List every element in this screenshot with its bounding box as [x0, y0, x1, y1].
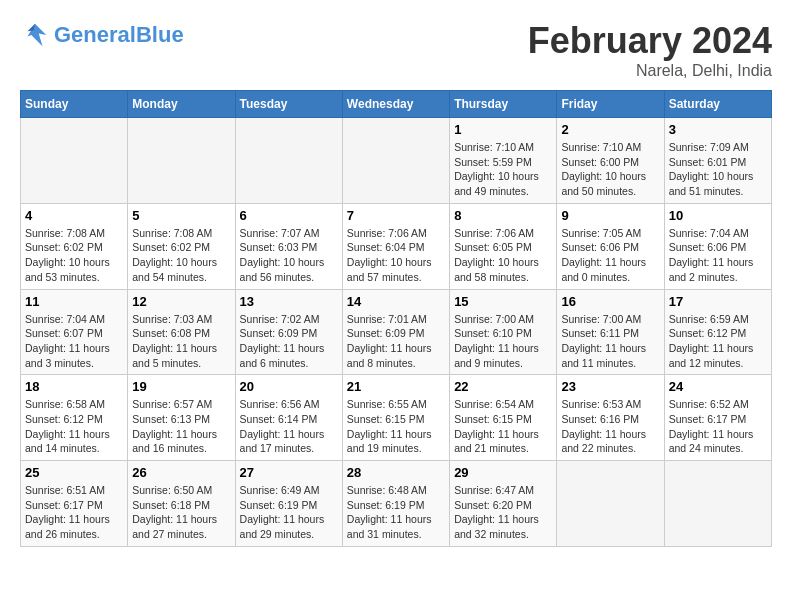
day-number: 20	[240, 379, 338, 394]
day-number: 5	[132, 208, 230, 223]
day-number: 8	[454, 208, 552, 223]
day-number: 2	[561, 122, 659, 137]
day-info: Sunrise: 6:50 AM Sunset: 6:18 PM Dayligh…	[132, 483, 230, 542]
calendar-cell: 3Sunrise: 7:09 AM Sunset: 6:01 PM Daylig…	[664, 118, 771, 204]
day-info: Sunrise: 6:57 AM Sunset: 6:13 PM Dayligh…	[132, 397, 230, 456]
calendar-cell: 8Sunrise: 7:06 AM Sunset: 6:05 PM Daylig…	[450, 203, 557, 289]
calendar-week-row: 11Sunrise: 7:04 AM Sunset: 6:07 PM Dayli…	[21, 289, 772, 375]
calendar-cell: 20Sunrise: 6:56 AM Sunset: 6:14 PM Dayli…	[235, 375, 342, 461]
day-info: Sunrise: 6:48 AM Sunset: 6:19 PM Dayligh…	[347, 483, 445, 542]
day-info: Sunrise: 7:04 AM Sunset: 6:06 PM Dayligh…	[669, 226, 767, 285]
day-info: Sunrise: 6:59 AM Sunset: 6:12 PM Dayligh…	[669, 312, 767, 371]
calendar-cell: 12Sunrise: 7:03 AM Sunset: 6:08 PM Dayli…	[128, 289, 235, 375]
day-number: 27	[240, 465, 338, 480]
day-number: 12	[132, 294, 230, 309]
day-number: 11	[25, 294, 123, 309]
calendar-cell: 22Sunrise: 6:54 AM Sunset: 6:15 PM Dayli…	[450, 375, 557, 461]
day-info: Sunrise: 6:47 AM Sunset: 6:20 PM Dayligh…	[454, 483, 552, 542]
day-number: 10	[669, 208, 767, 223]
day-info: Sunrise: 6:54 AM Sunset: 6:15 PM Dayligh…	[454, 397, 552, 456]
day-info: Sunrise: 6:58 AM Sunset: 6:12 PM Dayligh…	[25, 397, 123, 456]
calendar-cell: 15Sunrise: 7:00 AM Sunset: 6:10 PM Dayli…	[450, 289, 557, 375]
calendar-cell: 18Sunrise: 6:58 AM Sunset: 6:12 PM Dayli…	[21, 375, 128, 461]
day-info: Sunrise: 6:53 AM Sunset: 6:16 PM Dayligh…	[561, 397, 659, 456]
day-number: 16	[561, 294, 659, 309]
calendar-cell: 19Sunrise: 6:57 AM Sunset: 6:13 PM Dayli…	[128, 375, 235, 461]
calendar-cell: 13Sunrise: 7:02 AM Sunset: 6:09 PM Dayli…	[235, 289, 342, 375]
calendar-week-row: 4Sunrise: 7:08 AM Sunset: 6:02 PM Daylig…	[21, 203, 772, 289]
weekday-header-cell: Monday	[128, 91, 235, 118]
calendar-subtitle: Narela, Delhi, India	[528, 62, 772, 80]
calendar-cell: 29Sunrise: 6:47 AM Sunset: 6:20 PM Dayli…	[450, 461, 557, 547]
day-number: 24	[669, 379, 767, 394]
weekday-header-cell: Wednesday	[342, 91, 449, 118]
day-number: 19	[132, 379, 230, 394]
day-number: 1	[454, 122, 552, 137]
calendar-week-row: 25Sunrise: 6:51 AM Sunset: 6:17 PM Dayli…	[21, 461, 772, 547]
day-number: 4	[25, 208, 123, 223]
calendar-cell: 27Sunrise: 6:49 AM Sunset: 6:19 PM Dayli…	[235, 461, 342, 547]
calendar-cell: 17Sunrise: 6:59 AM Sunset: 6:12 PM Dayli…	[664, 289, 771, 375]
day-info: Sunrise: 7:04 AM Sunset: 6:07 PM Dayligh…	[25, 312, 123, 371]
day-info: Sunrise: 7:01 AM Sunset: 6:09 PM Dayligh…	[347, 312, 445, 371]
weekday-header-row: SundayMondayTuesdayWednesdayThursdayFrid…	[21, 91, 772, 118]
calendar-cell: 4Sunrise: 7:08 AM Sunset: 6:02 PM Daylig…	[21, 203, 128, 289]
calendar-cell	[128, 118, 235, 204]
day-info: Sunrise: 7:07 AM Sunset: 6:03 PM Dayligh…	[240, 226, 338, 285]
weekday-header-cell: Friday	[557, 91, 664, 118]
calendar-cell: 26Sunrise: 6:50 AM Sunset: 6:18 PM Dayli…	[128, 461, 235, 547]
day-number: 7	[347, 208, 445, 223]
calendar-cell: 9Sunrise: 7:05 AM Sunset: 6:06 PM Daylig…	[557, 203, 664, 289]
day-info: Sunrise: 6:51 AM Sunset: 6:17 PM Dayligh…	[25, 483, 123, 542]
day-info: Sunrise: 7:09 AM Sunset: 6:01 PM Dayligh…	[669, 140, 767, 199]
calendar-cell: 1Sunrise: 7:10 AM Sunset: 5:59 PM Daylig…	[450, 118, 557, 204]
calendar-cell: 14Sunrise: 7:01 AM Sunset: 6:09 PM Dayli…	[342, 289, 449, 375]
day-number: 3	[669, 122, 767, 137]
calendar-cell: 10Sunrise: 7:04 AM Sunset: 6:06 PM Dayli…	[664, 203, 771, 289]
day-number: 6	[240, 208, 338, 223]
calendar-cell: 24Sunrise: 6:52 AM Sunset: 6:17 PM Dayli…	[664, 375, 771, 461]
day-info: Sunrise: 7:08 AM Sunset: 6:02 PM Dayligh…	[25, 226, 123, 285]
calendar-cell: 16Sunrise: 7:00 AM Sunset: 6:11 PM Dayli…	[557, 289, 664, 375]
calendar-cell	[557, 461, 664, 547]
weekday-header-cell: Tuesday	[235, 91, 342, 118]
weekday-header-cell: Saturday	[664, 91, 771, 118]
logo: GeneralBlue	[20, 20, 184, 50]
day-info: Sunrise: 6:52 AM Sunset: 6:17 PM Dayligh…	[669, 397, 767, 456]
title-area: February 2024 Narela, Delhi, India	[528, 20, 772, 80]
day-number: 25	[25, 465, 123, 480]
day-number: 26	[132, 465, 230, 480]
calendar-cell: 28Sunrise: 6:48 AM Sunset: 6:19 PM Dayli…	[342, 461, 449, 547]
day-info: Sunrise: 7:06 AM Sunset: 6:05 PM Dayligh…	[454, 226, 552, 285]
logo-text: GeneralBlue	[54, 22, 184, 47]
calendar-cell: 11Sunrise: 7:04 AM Sunset: 6:07 PM Dayli…	[21, 289, 128, 375]
day-number: 23	[561, 379, 659, 394]
calendar-week-row: 1Sunrise: 7:10 AM Sunset: 5:59 PM Daylig…	[21, 118, 772, 204]
calendar-title: February 2024	[528, 20, 772, 62]
day-number: 21	[347, 379, 445, 394]
day-info: Sunrise: 7:00 AM Sunset: 6:10 PM Dayligh…	[454, 312, 552, 371]
day-number: 15	[454, 294, 552, 309]
day-number: 29	[454, 465, 552, 480]
logo-icon	[20, 20, 50, 50]
calendar-cell: 25Sunrise: 6:51 AM Sunset: 6:17 PM Dayli…	[21, 461, 128, 547]
day-info: Sunrise: 7:02 AM Sunset: 6:09 PM Dayligh…	[240, 312, 338, 371]
day-info: Sunrise: 6:56 AM Sunset: 6:14 PM Dayligh…	[240, 397, 338, 456]
day-info: Sunrise: 7:00 AM Sunset: 6:11 PM Dayligh…	[561, 312, 659, 371]
day-info: Sunrise: 7:08 AM Sunset: 6:02 PM Dayligh…	[132, 226, 230, 285]
calendar-cell: 6Sunrise: 7:07 AM Sunset: 6:03 PM Daylig…	[235, 203, 342, 289]
weekday-header-cell: Sunday	[21, 91, 128, 118]
day-info: Sunrise: 6:49 AM Sunset: 6:19 PM Dayligh…	[240, 483, 338, 542]
calendar-cell: 21Sunrise: 6:55 AM Sunset: 6:15 PM Dayli…	[342, 375, 449, 461]
day-number: 14	[347, 294, 445, 309]
weekday-header-cell: Thursday	[450, 91, 557, 118]
calendar-cell: 7Sunrise: 7:06 AM Sunset: 6:04 PM Daylig…	[342, 203, 449, 289]
calendar-cell	[235, 118, 342, 204]
day-info: Sunrise: 7:03 AM Sunset: 6:08 PM Dayligh…	[132, 312, 230, 371]
calendar-cell: 5Sunrise: 7:08 AM Sunset: 6:02 PM Daylig…	[128, 203, 235, 289]
calendar-cell: 2Sunrise: 7:10 AM Sunset: 6:00 PM Daylig…	[557, 118, 664, 204]
day-number: 17	[669, 294, 767, 309]
day-number: 18	[25, 379, 123, 394]
page-header: GeneralBlue February 2024 Narela, Delhi,…	[20, 20, 772, 80]
calendar-cell	[342, 118, 449, 204]
